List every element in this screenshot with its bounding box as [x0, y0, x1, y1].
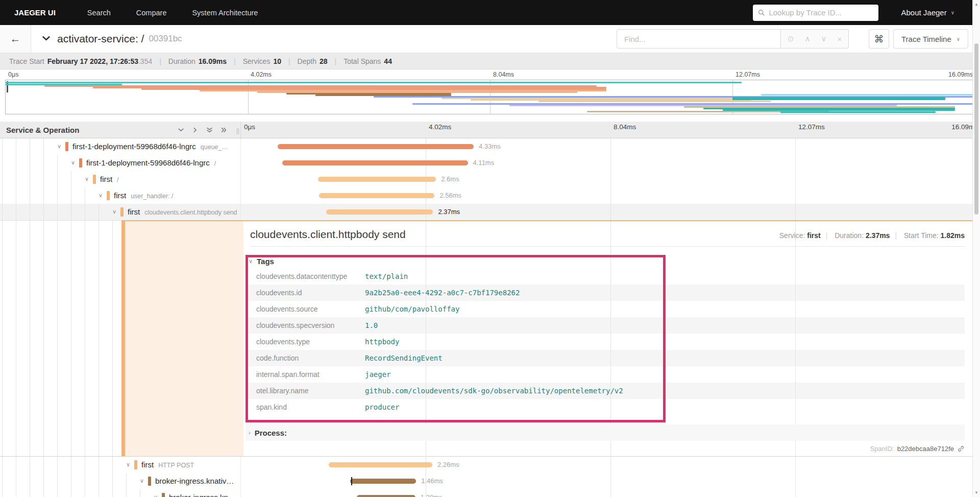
span-duration-bar[interactable] [278, 144, 474, 149]
time-tick: 0μs [244, 123, 255, 131]
operation-name-label: HTTP POST [158, 462, 194, 469]
double-chevron-right-icon[interactable] [220, 127, 227, 133]
span-duration-bar[interactable] [318, 177, 436, 182]
span-duration-label: 2.6ms [441, 175, 459, 183]
app-logo[interactable]: JAEGER UI [14, 8, 56, 17]
span-name-cell[interactable]: ∨broker-ingress.kn… [0, 489, 241, 497]
back-button[interactable]: ← [0, 25, 31, 53]
link-icon[interactable] [957, 445, 965, 453]
span-duration-label: 1.46ms [421, 477, 443, 485]
trace-id: 00391bc [149, 34, 182, 44]
span-name-cell[interactable]: ∨firstHTTP POST [0, 457, 241, 473]
time-tick: 16.09ms [948, 71, 973, 78]
span-service-name: firstuser_handler: / [0, 187, 240, 204]
duration-value: 2.37ms [866, 231, 890, 240]
span-row[interactable]: ∨firstcloudevents.client.httpbody send2.… [0, 204, 980, 220]
meta-value-suffix: .354 [138, 57, 152, 65]
span-bar-cell[interactable]: 4.33ms [241, 138, 980, 155]
tags-table: cloudevents.datacontenttypetext/plainclo… [246, 268, 965, 415]
service-name-label: broker-ingress.kn… [169, 493, 236, 497]
about-jaeger-menu[interactable]: About Jaeger ∨ [901, 8, 954, 17]
span-row[interactable]: ∨first/2.6ms [0, 171, 980, 187]
span-bar-cell[interactable]: 1.28ms [241, 489, 980, 497]
meta-separator: | [335, 57, 337, 65]
span-bar-cell[interactable]: 2.56ms [241, 187, 980, 204]
scroll-down-arrow-icon[interactable]: ▼ [973, 490, 980, 495]
service-name-label: first-1-deployment-59968d6f46-lngrc [86, 158, 210, 167]
nav-item-search[interactable]: Search [87, 9, 111, 17]
tag-row: code.functionRecordSendingEvent [246, 350, 965, 366]
chevron-right-icon[interactable] [192, 127, 199, 133]
start-time-label: Start Time: [904, 231, 939, 240]
find-placeholder: Find... [624, 35, 646, 43]
tags-section-toggle[interactable]: ∨ Tags [246, 254, 965, 268]
minimap-span-segment [780, 111, 936, 113]
trace-lookup-input[interactable]: Lookup by Trace ID... [753, 5, 878, 21]
chevron-down-icon: ∨ [249, 258, 253, 265]
tag-value: 9a2b25a0-eee4-4292-a0c7-c7bf179e8262 [365, 289, 520, 297]
span-row[interactable]: ∨broker-ingress.kn…1.28ms [0, 489, 980, 497]
span-bar-cell[interactable]: 4.11ms [241, 155, 980, 171]
trace-minimap[interactable]: 0μs4.02ms8.04ms12.07ms16.09ms [0, 69, 980, 114]
span-bar-cell[interactable]: 1.46ms [241, 473, 980, 489]
span-duration-bar[interactable] [326, 209, 433, 215]
span-name-cell[interactable]: ∨broker-ingress.knativ… [0, 473, 241, 489]
time-tick: 12.07ms [736, 71, 760, 78]
span-duration-bar[interactable] [319, 193, 434, 198]
minimap-canvas[interactable] [5, 80, 975, 114]
scrollbar-thumb[interactable] [974, 43, 978, 215]
chevron-up-icon[interactable]: ∧ [805, 34, 811, 43]
span-name-cell[interactable]: ∨firstcloudevents.client.httpbody send [0, 204, 241, 220]
meta-value: 44 [384, 57, 392, 65]
keyboard-shortcuts-button[interactable]: ⌘ [869, 29, 889, 49]
span-row[interactable]: ∨first-1-deployment-59968d6f46-lngrc/4.1… [0, 155, 980, 171]
span-name-cell[interactable]: ∨firstuser_handler: / [0, 187, 241, 204]
span-name-cell[interactable]: ∨first-1-deployment-59968d6f46-lngrc/ [0, 155, 241, 171]
minimap-span-segment [761, 94, 974, 96]
collapse-header-chevron[interactable] [42, 34, 50, 43]
chevron-down-icon[interactable]: ∨ [821, 34, 827, 43]
column-resizer-handle[interactable] [237, 128, 239, 134]
minimap-span-segment [6, 82, 742, 83]
find-input[interactable]: Find... [617, 29, 781, 49]
span-duration-bar[interactable] [357, 495, 415, 497]
span-row[interactable]: ∨firstuser_handler: /2.56ms [0, 187, 980, 204]
span-duration-bar[interactable] [282, 160, 468, 165]
chevron-down-icon[interactable] [178, 127, 184, 133]
nav-menu: SearchCompareSystem Architecture [87, 8, 284, 17]
focus-icon[interactable]: ⊙ [788, 34, 794, 43]
vertical-scrollbar[interactable]: ▲ ▼ [972, 0, 980, 497]
nav-item-system-architecture[interactable]: System Architecture [192, 9, 258, 17]
chevron-right-icon: › [249, 430, 251, 436]
service-name-label: first [141, 460, 154, 469]
span-duration-bar[interactable] [329, 462, 432, 467]
process-section-toggle[interactable]: › Process: [246, 424, 965, 441]
span-row[interactable]: ∨first-1-deployment-59968d6f46-lngrcqueu… [0, 138, 980, 155]
expand-collapse-controls [178, 127, 227, 133]
span-bar-cell[interactable]: 2.6ms [241, 171, 980, 187]
meta-value: 28 [320, 57, 328, 65]
span-duration-label: 1.28ms [421, 493, 443, 497]
operation-name-label: queue_… [201, 144, 228, 151]
clear-icon[interactable]: × [838, 35, 842, 43]
meta-separator: | [288, 57, 290, 65]
span-service-name: broker-ingress.knativ… [0, 473, 240, 489]
span-duration-bar[interactable] [350, 479, 416, 484]
tag-row: otel.library.namegithub.com/cloudevents/… [246, 383, 965, 399]
span-row[interactable]: ∨firstHTTP POST2.26ms [0, 457, 980, 473]
span-row[interactable]: ∨broker-ingress.knativ…1.46ms [0, 473, 980, 489]
nav-item-compare[interactable]: Compare [136, 9, 167, 17]
span-bar-cell[interactable]: 2.26ms [241, 457, 980, 473]
trace-lookup-placeholder: Lookup by Trace ID... [769, 8, 842, 17]
scroll-up-arrow-icon[interactable]: ▲ [973, 2, 980, 7]
double-chevron-down-icon[interactable] [206, 127, 213, 133]
tag-value: jaeger [365, 370, 391, 378]
span-name-cell[interactable]: ∨first/ [0, 171, 241, 187]
self-time-tick [351, 477, 352, 485]
service-name-label: broker-ingress.knativ… [155, 477, 234, 485]
span-name-cell[interactable]: ∨first-1-deployment-59968d6f46-lngrcqueu… [0, 138, 241, 155]
span-rows-bottom: ∨firstHTTP POST2.26ms∨broker-ingress.kna… [0, 457, 980, 497]
trace-view-selector[interactable]: Trace Timeline ∨ [893, 29, 968, 49]
meta-separator: | [159, 57, 161, 65]
span-bar-cell[interactable]: 2.37ms [241, 204, 980, 220]
